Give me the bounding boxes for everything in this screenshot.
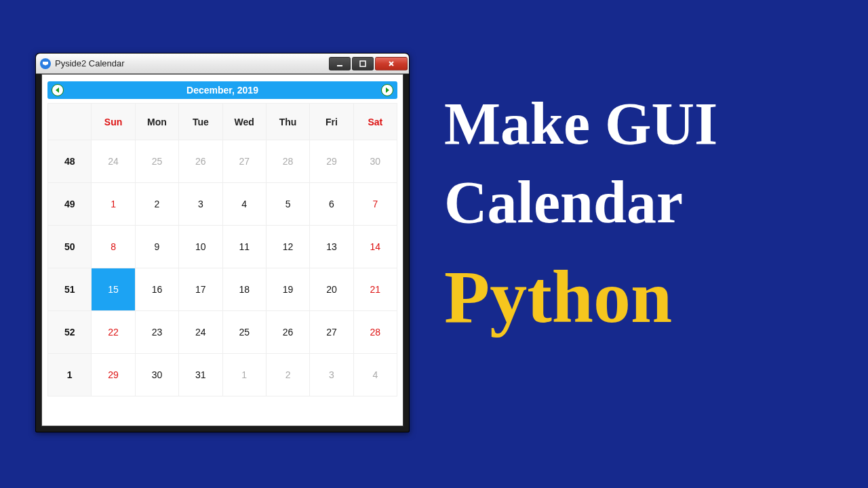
day-cell[interactable]: 2 — [266, 354, 309, 396]
day-cell[interactable]: 1 — [92, 183, 135, 226]
day-cell[interactable]: 28 — [353, 311, 397, 354]
day-cell[interactable]: 10 — [179, 226, 222, 268]
day-cell[interactable]: 28 — [266, 140, 309, 183]
day-cell[interactable]: 29 — [92, 354, 135, 396]
day-cell[interactable]: 3 — [310, 354, 353, 396]
day-cell[interactable]: 5 — [266, 183, 309, 226]
day-header-sun: Sun — [92, 104, 135, 140]
headline-line3: Python — [444, 254, 858, 340]
day-header-sat: Sat — [353, 104, 397, 140]
headline-line1: Make GUI — [444, 85, 858, 163]
day-cell[interactable]: 3 — [179, 183, 222, 226]
day-cell[interactable]: 22 — [92, 311, 135, 354]
day-cell[interactable]: 20 — [310, 268, 353, 311]
prev-month-button[interactable] — [52, 84, 64, 96]
client-area: December, 2019 SunMonTueWedThuFriSat 482… — [41, 74, 403, 426]
day-cell[interactable]: 29 — [310, 140, 353, 183]
day-cell[interactable]: 27 — [310, 311, 353, 354]
day-cell[interactable]: 7 — [353, 183, 397, 226]
day-cell[interactable]: 8 — [92, 226, 135, 268]
week-header — [48, 104, 92, 140]
app-window: Pyside2 Calendar December, 2019 SunMonTu — [35, 53, 410, 432]
day-cell[interactable]: 6 — [310, 183, 353, 226]
close-button[interactable] — [375, 57, 408, 70]
day-cell[interactable]: 26 — [179, 140, 222, 183]
calendar-table: SunMonTueWedThuFriSat 482425262728293049… — [47, 103, 397, 396]
week-number: 49 — [48, 183, 92, 226]
week-number: 48 — [48, 140, 92, 183]
day-cell[interactable]: 1 — [222, 354, 266, 396]
svg-marker-4 — [56, 87, 59, 93]
day-cell[interactable]: 4 — [353, 354, 397, 396]
day-cell[interactable]: 19 — [266, 268, 309, 311]
day-cell[interactable]: 9 — [135, 226, 178, 268]
day-cell[interactable]: 13 — [310, 226, 353, 268]
day-cell[interactable]: 23 — [135, 311, 178, 354]
week-number: 50 — [48, 226, 92, 268]
minimize-button[interactable] — [329, 57, 351, 70]
headline: Make GUI Calendar Python — [444, 85, 858, 340]
day-cell[interactable]: 4 — [222, 183, 266, 226]
day-cell[interactable]: 12 — [266, 226, 309, 268]
day-header-fri: Fri — [310, 104, 353, 140]
day-cell[interactable]: 26 — [266, 311, 309, 354]
month-navigation: December, 2019 — [47, 81, 397, 99]
week-number: 52 — [48, 311, 92, 354]
day-cell[interactable]: 16 — [135, 268, 178, 311]
day-cell[interactable]: 18 — [222, 268, 266, 311]
day-cell[interactable]: 2 — [135, 183, 178, 226]
day-cell[interactable]: 25 — [135, 140, 178, 183]
week-number: 51 — [48, 268, 92, 311]
day-cell[interactable]: 17 — [179, 268, 222, 311]
next-month-button[interactable] — [381, 84, 393, 96]
day-cell[interactable]: 31 — [179, 354, 222, 396]
headline-line2: Calendar — [444, 163, 858, 242]
day-cell[interactable]: 11 — [222, 226, 266, 268]
window-title: Pyside2 Calendar — [55, 58, 125, 68]
day-cell[interactable]: 30 — [353, 140, 397, 183]
day-header-thu: Thu — [266, 104, 309, 140]
day-cell[interactable]: 24 — [92, 140, 135, 183]
day-cell[interactable]: 25 — [222, 311, 266, 354]
day-cell[interactable]: 14 — [353, 226, 397, 268]
day-cell[interactable]: 24 — [179, 311, 222, 354]
titlebar[interactable]: Pyside2 Calendar — [36, 54, 409, 74]
app-icon — [40, 58, 51, 69]
day-header-mon: Mon — [135, 104, 178, 140]
day-cell[interactable]: 21 — [353, 268, 397, 311]
maximize-button[interactable] — [352, 57, 374, 70]
day-cell[interactable]: 15 — [92, 268, 135, 311]
month-year-label[interactable]: December, 2019 — [186, 85, 258, 96]
day-cell[interactable]: 27 — [222, 140, 266, 183]
svg-marker-5 — [386, 87, 389, 93]
week-number: 1 — [48, 354, 92, 396]
svg-rect-1 — [360, 61, 366, 66]
day-cell[interactable]: 30 — [135, 354, 178, 396]
day-header-wed: Wed — [222, 104, 266, 140]
day-header-tue: Tue — [179, 104, 222, 140]
window-buttons — [328, 57, 408, 70]
